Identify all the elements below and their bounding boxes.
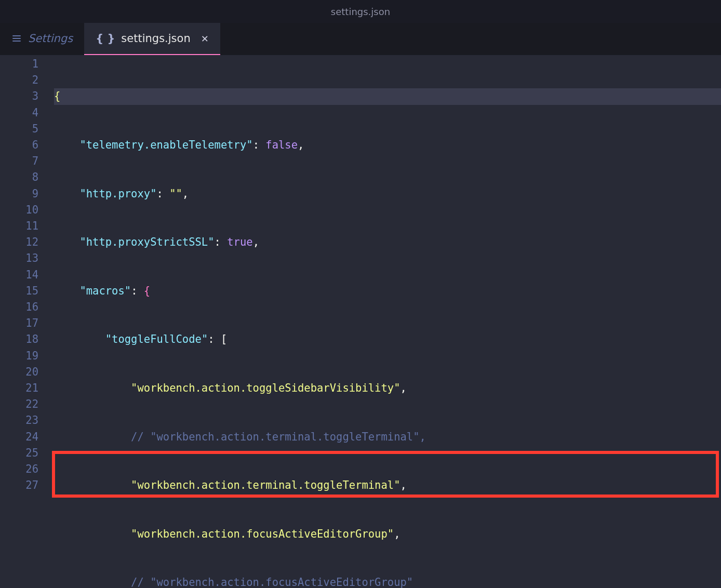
line-number: 17: [0, 315, 54, 331]
line-number-gutter: 1234567891011121314151617181920212223242…: [0, 55, 54, 588]
line-number: 16: [0, 299, 54, 315]
code-line: "workbench.action.terminal.toggleTermina…: [54, 477, 721, 493]
line-number: 23: [0, 412, 54, 429]
line-number: 26: [0, 461, 54, 477]
line-number: 9: [0, 186, 54, 202]
code-line: // "workbench.action.focusActiveEditorGr…: [54, 574, 721, 588]
code-line: "macros": {: [54, 283, 721, 299]
line-number: 7: [0, 153, 54, 169]
line-number: 15: [0, 283, 54, 299]
line-number: 3: [0, 88, 54, 104]
window-title: settings.json: [331, 6, 390, 17]
code-line: "toggleFullCode": [: [54, 331, 721, 348]
line-number: 14: [0, 267, 54, 283]
line-number: 4: [0, 105, 54, 121]
line-number: 6: [0, 137, 54, 153]
close-icon[interactable]: ✕: [201, 33, 209, 44]
code-line: "workbench.action.toggleSidebarVisibilit…: [54, 380, 721, 396]
tab-label: settings.json: [121, 32, 190, 45]
code-line: "workbench.action.focusActiveEditorGroup…: [54, 526, 721, 542]
tab-bar: Settings { } settings.json ✕: [0, 23, 721, 55]
line-number: 2: [0, 72, 54, 88]
line-number: 25: [0, 445, 54, 461]
code-editor[interactable]: 1234567891011121314151617181920212223242…: [0, 55, 721, 588]
code-line: "http.proxyStrictSSL": true,: [54, 234, 721, 250]
code-content[interactable]: { "telemetry.enableTelemetry": false, "h…: [54, 55, 721, 588]
line-number: 22: [0, 396, 54, 412]
braces-icon: { }: [96, 32, 115, 45]
line-number: 13: [0, 250, 54, 266]
line-number: 19: [0, 348, 54, 364]
tab-label: Settings: [28, 32, 73, 45]
line-number: 21: [0, 380, 54, 396]
line-number: 27: [0, 477, 54, 493]
menu-icon: [11, 33, 22, 44]
code-line: // "workbench.action.terminal.toggleTerm…: [54, 429, 721, 445]
line-number: 5: [0, 121, 54, 137]
line-number: 10: [0, 202, 54, 218]
line-number: 12: [0, 234, 54, 250]
window-titlebar: settings.json: [0, 0, 721, 23]
code-line: "telemetry.enableTelemetry": false,: [54, 137, 721, 153]
line-number: 1: [0, 56, 54, 72]
line-number: 8: [0, 169, 54, 185]
line-number: 20: [0, 364, 54, 380]
line-number: 11: [0, 218, 54, 234]
tab-settings-json[interactable]: { } settings.json ✕: [84, 23, 220, 55]
code-line: "http.proxy": "",: [54, 186, 721, 202]
line-number: 18: [0, 331, 54, 348]
code-line: {: [54, 88, 721, 104]
tab-settings[interactable]: Settings: [0, 23, 84, 55]
line-number: 24: [0, 429, 54, 445]
